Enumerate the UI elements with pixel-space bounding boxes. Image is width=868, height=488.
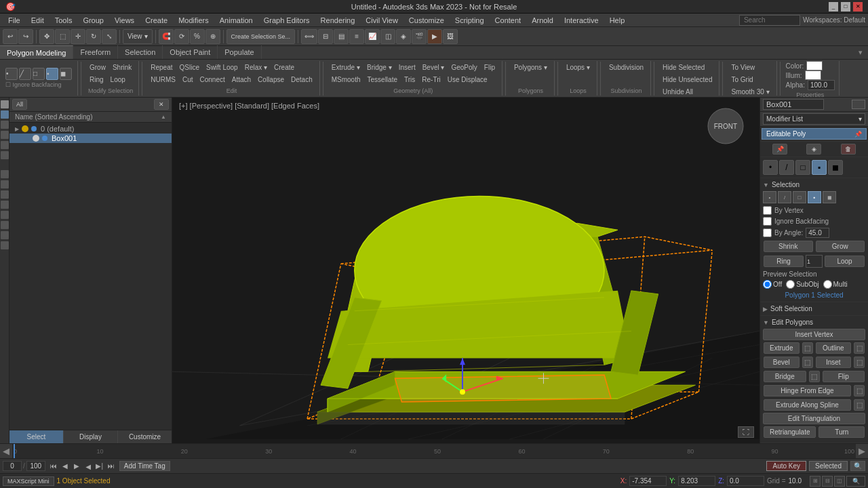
flip-btn[interactable]: Flip [481,61,498,73]
sel-poly-btn[interactable]: ▪ [808,191,821,203]
loop-btn-r[interactable]: Loop [825,256,865,267]
tool-display[interactable] [1,141,9,149]
repeat-btn[interactable]: Repeat [148,61,175,73]
tool-sel4[interactable] [1,201,9,209]
polygon-icon-btn[interactable]: ▪ [812,160,827,175]
edit-triangulation-btn[interactable]: Edit Triangulation [763,413,865,424]
maximize-vp-btn[interactable]: ⛶ [738,426,754,438]
ring-btn[interactable]: Ring [87,74,106,86]
border-mode-btn[interactable]: □ [33,68,45,80]
sel-border-btn[interactable]: □ [793,191,806,203]
timeline-scroll-left[interactable]: ◀ [0,444,12,458]
remove-mod-btn[interactable]: 🗑 [841,144,856,155]
modifier-list-dropdown[interactable]: Modifier List ▾ [763,113,865,125]
tab-expand[interactable]: ▾ [853,45,868,59]
vertex-mode-btn[interactable]: • [5,68,18,80]
inset-settings-btn[interactable]: ⬚ [854,357,865,368]
ignore-bf-check[interactable]: ☐ Ignore Backfacing [5,81,62,88]
tab-populate[interactable]: Populate [218,45,261,59]
detach-btn[interactable]: Detach [288,74,315,86]
tab-selection[interactable]: Selection [118,45,163,59]
select-button[interactable]: ✥ [39,29,54,44]
to-grid-btn[interactable]: To Grid [728,73,755,85]
shrink-btn[interactable]: Shrink [110,61,134,73]
turn-btn[interactable]: Turn [818,426,865,438]
tool-utilities[interactable] [1,151,9,159]
geopoly-btn[interactable]: GeoPoly [448,61,479,73]
sel-vertex-btn[interactable]: • [763,191,776,203]
selection-header[interactable]: ▼ Selection [763,181,865,188]
menu-help[interactable]: Help [604,14,631,27]
ribbon-toggle[interactable]: ≡ [349,29,364,44]
tool-sel3[interactable] [1,190,9,199]
snap-toggle[interactable]: 🧲 [159,29,174,44]
timeline-track[interactable]: 0 10 20 30 40 50 60 70 80 90 100 [12,444,856,458]
tool-create[interactable] [1,100,9,108]
shrink-btn-r[interactable]: Shrink [764,241,813,252]
mirror-button[interactable]: ⟺ [301,29,317,44]
view-dropdown[interactable]: View ▾ [123,29,153,44]
selected-key-btn[interactable]: Selected [809,461,848,471]
sel-elem-btn[interactable]: ◼ [823,191,836,203]
redo-button[interactable]: ↪ [18,29,33,44]
total-frames-input[interactable] [26,461,45,471]
tool-snap1[interactable] [1,231,9,239]
ignore-bf-check-r[interactable] [763,217,772,226]
editable-poly-item[interactable]: Editable Poly 📌 [762,128,867,140]
edge-mode-btn[interactable]: ╱ [19,68,31,80]
collapse-btn[interactable]: Collapse [255,74,287,86]
alpha-input[interactable] [808,80,835,90]
border-icon-btn[interactable]: □ [795,160,810,175]
preview-subobj-radio[interactable]: SubObj [786,280,818,289]
menu-create[interactable]: Create [140,14,173,27]
by-angle-input[interactable] [806,228,829,238]
material-button[interactable]: ◈ [396,29,411,44]
outline-settings-btn[interactable]: ⬚ [854,342,865,354]
rotate-button[interactable]: ↻ [86,29,101,44]
play-reverse-btn[interactable]: ▶ [83,460,94,473]
element-icon-btn[interactable]: ◼ [828,160,843,175]
nurms-btn[interactable]: NURMS [148,74,178,86]
unhide-all-btn[interactable]: Unhide All [660,85,696,98]
percent-snap[interactable]: % [190,29,205,44]
extrude-btn-r[interactable]: Extrude [764,342,800,354]
next-frame-btn[interactable]: ▶| [94,460,105,473]
playhead[interactable] [14,444,15,458]
scene-item-group[interactable]: ▶ 0 (default) [9,124,172,134]
attach-btn[interactable]: Attach [229,74,254,86]
hinge-settings-btn[interactable]: ⬚ [854,385,865,396]
use-displace-btn[interactable]: Use Displace [445,74,490,86]
viewport[interactable]: [+] [Perspective] [Standard] [Edged Face… [172,98,760,443]
smooth30-btn[interactable]: Smooth 30 ▾ [728,85,772,98]
swift-loop-btn[interactable]: Swift Loop [203,61,241,73]
menu-customize[interactable]: Customize [403,14,450,27]
tool-sel6[interactable] [1,221,9,229]
insert-btn[interactable]: Insert [396,61,418,73]
to-view-btn[interactable]: To View [728,61,757,73]
bevel-settings-btn[interactable]: ⬚ [802,357,813,368]
tool-snap2[interactable] [1,241,9,249]
menu-tools[interactable]: Tools [50,14,78,27]
scene-sort-label[interactable]: Name (Sorted Ascending) [15,113,93,121]
vp-ctrl-3[interactable]: ◫ [834,476,845,487]
polygons-btn[interactable]: Polygons ▾ [511,61,550,73]
retri-btn[interactable]: Re-Tri [419,74,443,86]
msmooth-btn[interactable]: MSmooth [329,74,363,86]
grow-btn[interactable]: Grow [87,61,108,73]
goto-start-btn[interactable]: ⏮ [48,460,59,473]
menu-edit[interactable]: Edit [26,14,50,27]
subdivision-btn[interactable]: Subdivision [606,61,646,73]
flip-btn-r[interactable]: Flip [823,371,865,382]
scene-tab-select[interactable]: Select [9,430,63,443]
tab-polygon-modeling[interactable]: Polygon Modeling [0,45,73,59]
sel-edge-btn[interactable]: / [778,191,791,203]
extspline-settings-btn[interactable]: ⬚ [854,399,865,411]
tris-btn[interactable]: Tris [401,74,418,86]
create-selection-set[interactable]: Create Selection Se... [226,29,296,44]
curve-editor[interactable]: 📈 [365,29,380,44]
scene-close-btn[interactable]: ✕ [154,99,169,110]
scene-filter-btn[interactable]: All [12,99,27,110]
bevel-btn-r[interactable]: Bevel [764,357,800,368]
scene-tab-display[interactable]: Display [63,430,117,443]
layer-button[interactable]: ▤ [334,29,349,44]
